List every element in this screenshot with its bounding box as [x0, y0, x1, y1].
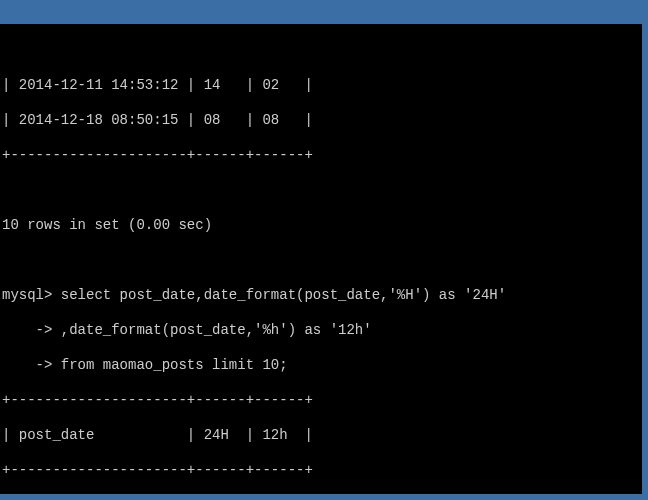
blank — [2, 252, 642, 270]
table-separator: +---------------------+------+------+ — [2, 462, 642, 480]
prev-row: | 2014-12-18 08:50:15 | 08 | 08 | — [2, 112, 642, 130]
table-row: | 2014-12-01 15:29:30 | 15 | 03 | — [2, 497, 642, 501]
query-line[interactable]: -> from maomao_posts limit 10; — [2, 357, 642, 375]
query-line[interactable]: -> ,date_format(post_date,'%h') as '12h' — [2, 322, 642, 340]
blank — [2, 182, 642, 200]
table-header: | post_date | 24H | 12h | — [2, 427, 642, 445]
query-line[interactable]: mysql> select post_date,date_format(post… — [2, 287, 642, 305]
rowcount-message: 10 rows in set (0.00 sec) — [2, 217, 642, 235]
table-separator: +---------------------+------+------+ — [2, 392, 642, 410]
prev-row: | 2014-12-11 14:53:12 | 14 | 02 | — [2, 77, 642, 95]
table-separator: +---------------------+------+------+ — [2, 147, 642, 165]
